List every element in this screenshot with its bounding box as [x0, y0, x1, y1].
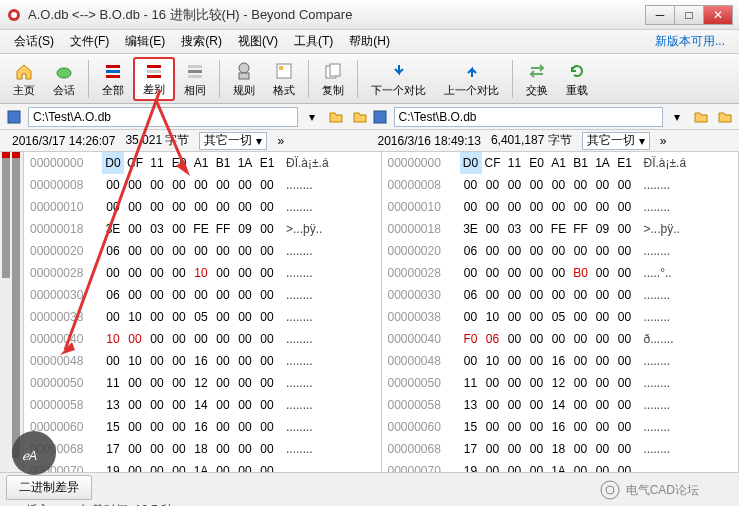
svg-point-26: [601, 481, 619, 499]
info-bar: 2016/3/17 14:26:07 35,021 字节 其它一切▾ » 201…: [0, 130, 739, 152]
right-open-button[interactable]: [691, 107, 711, 127]
prev-diff-button[interactable]: 上一个对比: [435, 57, 508, 101]
new-version-link[interactable]: 新版本可用...: [655, 33, 733, 50]
hex-area: 00000000D0CF11E0A1B11AE1ÐÏ.à¡±.á00000008…: [0, 152, 739, 472]
hex-row[interactable]: 00000000D0CF11E0A1B11AE1ÐÏ.à¡±.á: [382, 152, 739, 174]
rules-icon: [233, 60, 255, 82]
hex-row[interactable]: 000000100000000000000000........: [382, 196, 739, 218]
hex-row[interactable]: 000000601500000016000000........: [382, 416, 739, 438]
same-icon: [184, 60, 206, 82]
hex-row[interactable]: 000000501100000012000000........: [24, 372, 381, 394]
hex-row[interactable]: 000000280000000010000000........: [24, 262, 381, 284]
close-button[interactable]: ✕: [703, 5, 733, 25]
svg-point-1: [11, 12, 17, 18]
copy-icon: [322, 60, 344, 82]
overview-gutter[interactable]: [0, 152, 24, 472]
insert-mode: 插入: [26, 502, 50, 506]
svg-rect-10: [188, 70, 202, 73]
chevron-down-icon[interactable]: »: [660, 134, 667, 148]
hex-row[interactable]: 00000040F006000000000000ð.......: [382, 328, 739, 350]
tab-binary-diff[interactable]: 二进制差异: [6, 475, 92, 500]
home-button[interactable]: 主页: [4, 57, 44, 101]
hex-row[interactable]: 000000581300000014000000........: [24, 394, 381, 416]
load-time: 加载时间: 16.5 秒: [80, 502, 173, 506]
svg-rect-8: [147, 75, 161, 78]
next-diff-button[interactable]: 下一个对比: [362, 57, 435, 101]
swap-button[interactable]: 交换: [517, 57, 557, 101]
hex-row[interactable]: 000000501100000012000000........: [382, 372, 739, 394]
hex-row[interactable]: 000000200600000000000000........: [24, 240, 381, 262]
right-filter-combo[interactable]: 其它一切▾: [582, 132, 650, 150]
chevron-down-icon[interactable]: »: [277, 134, 284, 148]
left-dropdown-button[interactable]: ▾: [302, 107, 322, 127]
menu-view[interactable]: 视图(V): [230, 31, 286, 52]
hex-row[interactable]: 000000200600000000000000........: [382, 240, 739, 262]
hex-row[interactable]: 00000070190000001A000000........: [382, 460, 739, 472]
hex-row[interactable]: 000000681700000018000000........: [24, 438, 381, 460]
left-hex-pane[interactable]: 00000000D0CF11E0A1B11AE1ÐÏ.à¡±.á00000008…: [24, 152, 382, 472]
hex-row[interactable]: 000000480010000016000000........: [24, 350, 381, 372]
right-browse-button[interactable]: [715, 107, 735, 127]
copy-button[interactable]: 复制: [313, 57, 353, 101]
reload-icon: [566, 60, 588, 82]
maximize-button[interactable]: □: [674, 5, 704, 25]
hex-row[interactable]: 000000280000000000B00000.....°..: [382, 262, 739, 284]
svg-text:ℯA: ℯA: [22, 449, 37, 463]
menu-tools[interactable]: 工具(T): [286, 31, 341, 52]
rules-button[interactable]: 规则: [224, 57, 264, 101]
save-left-button[interactable]: [4, 107, 24, 127]
toolbar: 主页 会话 全部 差别 相同 规则 格式 复制 下一个对比 上一个对比 交换 重…: [0, 54, 739, 104]
menu-session[interactable]: 会话(S): [6, 31, 62, 52]
left-path-input[interactable]: [28, 107, 298, 127]
svg-rect-15: [279, 66, 283, 70]
menu-edit[interactable]: 编辑(E): [117, 31, 173, 52]
hex-row[interactable]: 000000380010000005000000........: [24, 306, 381, 328]
hex-row[interactable]: 00000000D0CF11E0A1B11AE1ÐÏ.à¡±.á: [24, 152, 381, 174]
hex-row[interactable]: 00000070190000001A000000........: [24, 460, 381, 472]
reload-button[interactable]: 重载: [557, 57, 597, 101]
left-open-button[interactable]: [326, 107, 346, 127]
svg-rect-13: [239, 73, 249, 79]
hex-row[interactable]: 000000080000000000000000........: [24, 174, 381, 196]
right-hex-pane[interactable]: 00000000D0CF11E0A1B11AE1ÐÏ.à¡±.á00000008…: [382, 152, 740, 472]
svg-rect-11: [188, 75, 202, 78]
right-path-input[interactable]: [394, 107, 664, 127]
window-title: A.O.db <--> B.O.db - 16 进制比较(H) - Beyond…: [28, 6, 646, 24]
svg-rect-7: [147, 70, 161, 73]
app-icon: [6, 7, 22, 23]
hex-row[interactable]: 000000681700000018000000........: [382, 438, 739, 460]
hex-row[interactable]: 000000401000000000000000........: [24, 328, 381, 350]
hex-row[interactable]: 000000601500000016000000........: [24, 416, 381, 438]
menu-search[interactable]: 搜索(R): [173, 31, 230, 52]
minimize-button[interactable]: ─: [645, 5, 675, 25]
all-button[interactable]: 全部: [93, 57, 133, 101]
svg-rect-6: [147, 65, 161, 68]
hex-row[interactable]: 000000581300000014000000........: [382, 394, 739, 416]
hex-row[interactable]: 000000100000000000000000........: [24, 196, 381, 218]
hex-row[interactable]: 000000300600000000000000........: [24, 284, 381, 306]
same-button[interactable]: 相同: [175, 57, 215, 101]
hex-row[interactable]: 000000080000000000000000........: [382, 174, 739, 196]
right-dropdown-button[interactable]: ▾: [667, 107, 687, 127]
home-icon: [13, 60, 35, 82]
title-bar: A.O.db <--> B.O.db - 16 进制比较(H) - Beyond…: [0, 0, 739, 30]
format-button[interactable]: 格式: [264, 57, 304, 101]
session-button[interactable]: 会话: [44, 57, 84, 101]
right-size: 6,401,187 字节: [491, 132, 572, 149]
diff-button[interactable]: 差别: [133, 57, 175, 101]
svg-rect-4: [106, 70, 120, 73]
format-icon: [273, 60, 295, 82]
menu-file[interactable]: 文件(F): [62, 31, 117, 52]
hex-row[interactable]: 000000300600000000000000........: [382, 284, 739, 306]
watermark-logo: ℯA: [4, 428, 74, 478]
hex-row[interactable]: 000000183E000300FEFF0900>...þÿ..: [24, 218, 381, 240]
hex-row[interactable]: 000000183E000300FEFF0900>...þÿ..: [382, 218, 739, 240]
left-filter-combo[interactable]: 其它一切▾: [199, 132, 267, 150]
svg-point-27: [606, 486, 614, 494]
hex-row[interactable]: 000000380010000005000000........: [382, 306, 739, 328]
left-browse-button[interactable]: [350, 107, 370, 127]
menu-help[interactable]: 帮助(H): [341, 31, 398, 52]
svg-point-12: [239, 63, 249, 73]
hex-row[interactable]: 000000480010000016000000........: [382, 350, 739, 372]
save-right-button[interactable]: [370, 107, 390, 127]
